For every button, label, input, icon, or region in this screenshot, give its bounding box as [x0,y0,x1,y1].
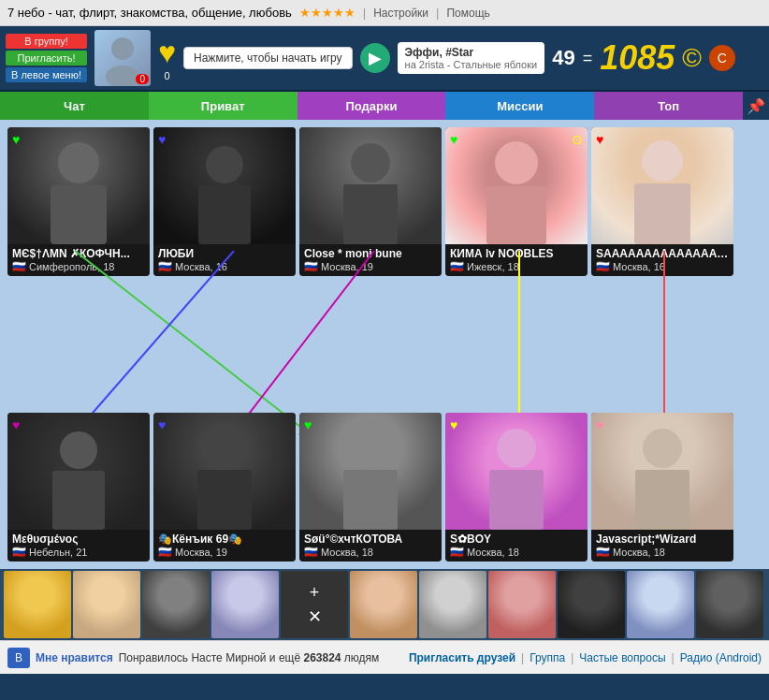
svg-rect-26 [635,470,689,530]
svg-point-6 [351,143,390,182]
card-city: 🇷🇺Москва, 16 [596,260,729,273]
user-card[interactable]: ♥ S✿BOY 🇷🇺Москва, 18 [445,413,588,561]
topbar-stars: ★★★★★ [299,6,355,20]
game-prompt[interactable]: Нажмите, чтобы начать игру [183,47,353,69]
card-city: 🇷🇺Москва, 19 [158,546,291,559]
svg-rect-7 [343,184,398,244]
nav-settings-icon[interactable]: 📌 [743,92,769,120]
user-card[interactable]: ♥ Søü°©хчтКОТОВА 🇷🇺Москва, 18 [299,413,442,561]
heart-badge: ♥ [12,417,20,432]
card-city: 🇷🇺Москва, 18 [304,546,437,559]
card-username: MЄ$†ΛMN ✗КОФЧН... [12,247,145,260]
strip-photo[interactable] [350,571,417,638]
play-button[interactable]: ▶ [360,43,390,73]
svg-point-1 [106,66,139,86]
like-button[interactable]: В [7,648,30,668]
notif-badge: 0 [136,74,149,84]
user-card[interactable]: ♥ Μεθυσμένος 🇷🇺Небельн, 21 [7,413,150,561]
svg-point-23 [497,429,536,468]
menu-button[interactable]: В левое меню! [6,67,87,82]
strip-photo[interactable] [73,571,140,638]
tab-missions[interactable]: Миссии [445,92,594,120]
card-username: S✿BOY [450,532,583,546]
strip-photo[interactable] [419,571,486,638]
card-city: 🇷🇺Москва, 19 [304,260,437,273]
strip-photo[interactable] [142,571,210,638]
photo-strip: + ✕ [0,569,769,640]
invite-friends-link[interactable]: Пригласить друзей [409,651,515,664]
heart-badge: ♥ [596,132,603,147]
svg-rect-20 [197,470,252,530]
svg-line-16 [234,251,374,433]
coin-icon: © [682,43,702,73]
help-link[interactable]: Помощь [446,7,489,20]
card-username: Søü°©хчтКОТОВА [304,532,437,546]
user-name: Эффи, #Star [405,46,538,59]
android-link[interactable]: Радио (Android) [680,651,762,664]
heart-badge: ♥ [304,417,312,432]
notification-button[interactable]: C [709,45,735,71]
card-username: ЛЮБИ [158,247,291,260]
card-username: SAAAAAAAAAAAAAAAA... [596,247,729,260]
user-card[interactable]: ♥ ⊙ КИМА lv NOOBLES 🇷🇺Ижевск, 18 [445,127,588,276]
svg-rect-5 [198,185,251,244]
svg-rect-18 [52,471,105,530]
tab-gifts[interactable]: Подарки [297,92,446,120]
heart-badge: ♥ [450,417,457,432]
svg-point-21 [351,429,390,468]
settings-link[interactable]: Настройки [373,7,428,20]
card-city: 🇷🇺Ижевск, 18 [450,260,583,273]
top-user-row: ♥ MЄ$†ΛMN ✗КОФЧН... 🇷🇺Симферополь, 18 ♥ … [0,120,769,276]
equals-sign: = [583,49,593,68]
strip-photo[interactable] [488,571,556,638]
strip-photo[interactable] [627,571,694,638]
strip-photo[interactable] [4,571,71,638]
svg-rect-24 [489,470,544,530]
svg-point-2 [58,142,99,183]
score-display: 49 [552,46,574,70]
tab-top[interactable]: Топ [594,92,743,120]
strip-icon-cross[interactable]: ✕ [308,606,322,627]
strip-photo[interactable]: + ✕ [281,571,348,638]
card-city: 🇷🇺Симферополь, 18 [12,260,145,273]
faq-link[interactable]: Частые вопросы [579,651,665,664]
user-card[interactable]: ♥ MЄ$†ΛMN ✗КОФЧН... 🇷🇺Симферополь, 18 [7,127,150,276]
heart-badge: ♥ [450,132,457,147]
tab-chat[interactable]: Чат [0,92,149,120]
svg-rect-22 [343,470,398,530]
like-label: Мне нравится [36,651,113,664]
bottombar: В Мне нравится Понравилось Насте Мирной … [0,640,769,674]
svg-point-0 [111,37,134,60]
strip-photo[interactable] [696,571,763,638]
navigation: Чат Приват Подарки Миссии Топ 📌 [0,92,769,120]
bottom-user-row: ♥ Μεθυσμένος 🇷🇺Небельн, 21 ♥ 🎭Кёнъик 69🎭… [0,413,769,561]
heart-area: ♥ 0 [158,36,176,81]
like-btn-label: В [15,651,22,664]
header: В группу! Пригласить! В левое меню! 0 ♥ … [0,26,769,92]
card-username: 🎭Кёнъик 69🎭 [158,532,291,546]
card-city: 🇷🇺Москва, 16 [158,260,291,273]
card-username: Μεθυσμένος [12,532,145,546]
group-link[interactable]: Группа [530,651,565,664]
strip-photo[interactable] [558,571,625,638]
user-card[interactable]: ♥ ЛЮБИ 🇷🇺Москва, 16 [153,127,296,276]
group-button[interactable]: В группу! [6,34,87,49]
main-content: ♥ MЄ$†ΛMN ✗КОФЧН... 🇷🇺Симферополь, 18 ♥ … [0,120,769,569]
svg-line-13 [75,251,234,433]
liked-text: Понравилось Насте Мирной и ещё 263824 лю… [119,651,403,664]
invite-button[interactable]: Пригласить! [6,51,87,66]
user-card[interactable]: ♥ Javascript;*Wizard 🇷🇺Москва, 18 [591,413,733,561]
heart-badge: ♥ [158,132,166,147]
verify-badge: ⊙ [572,132,583,147]
tab-privat[interactable]: Приват [149,92,297,120]
user-status: на 2rista - Стальные яблоки [405,59,538,70]
strip-icon-add[interactable]: + [310,583,320,603]
heart-count: 0 [164,70,169,81]
user-card[interactable]: ♥ 🎭Кёнъик 69🎭 🇷🇺Москва, 19 [153,413,296,561]
user-card[interactable]: Close * moni bune 🇷🇺Москва, 19 [299,127,442,276]
score-number: 49 [552,46,574,70]
user-card[interactable]: ♥ SAAAAAAAAAAAAAAAA... 🇷🇺Москва, 16 [591,127,733,276]
topbar: 7 небо - чат, флирт, знакомства, общение… [0,0,769,26]
strip-photo[interactable] [211,571,279,638]
btn-group: В группу! Пригласить! В левое меню! [6,34,87,82]
